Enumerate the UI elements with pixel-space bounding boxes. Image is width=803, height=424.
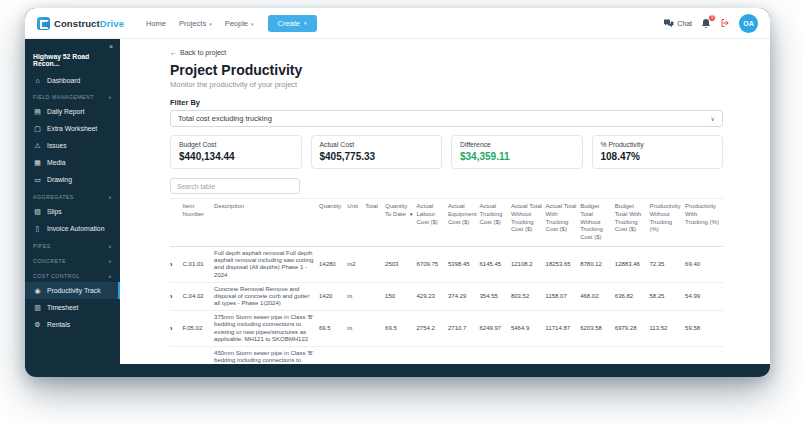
value-cell: 8	[385, 347, 416, 364]
item-number-cell: F.06.08	[183, 347, 214, 364]
stat-card-difference: Difference$34,359.11	[451, 135, 583, 169]
sidebar-item-label: Drawing	[47, 176, 72, 183]
value-cell: 1420	[319, 282, 347, 311]
caret-down-icon: ▾	[209, 21, 212, 27]
column-header-description[interactable]: Description	[214, 199, 319, 247]
avatar[interactable]: OA	[739, 14, 758, 33]
column-header-productivity-without-trucking[interactable]: Productivity Without Trucking (%)	[649, 199, 685, 247]
stat-value: $405,775.33	[320, 151, 434, 162]
logout-button[interactable]	[720, 18, 730, 28]
logout-icon	[720, 18, 730, 28]
column-header-total[interactable]: Total	[365, 199, 385, 247]
page-subtitle: Monitor the productivity of your project	[170, 80, 723, 89]
sidebar-section-label: CONCRETE	[33, 258, 66, 264]
value-cell: m2	[347, 246, 365, 282]
nav-link-home[interactable]: Home	[146, 19, 166, 28]
column-header-budget-total-with-trucking-cost[interactable]: Budget Total With Trucking Cost ($)	[615, 199, 650, 247]
column-header-item-number[interactable]: Item Number	[183, 199, 214, 247]
column-header-actual-equipment-cost[interactable]: Actual Equipment Cost ($)	[448, 199, 479, 247]
column-header-budget-total-without-trucking-cost[interactable]: Budget Total Without Trucking Cost ($)	[580, 199, 615, 247]
expand-chevron-icon[interactable]: ›	[170, 347, 183, 364]
value-cell: 69.40	[685, 246, 723, 282]
sidebar-item-media[interactable]: ▦Media	[25, 154, 120, 171]
slips-icon: ▧	[33, 208, 42, 216]
value-cell: 429.23	[417, 282, 448, 311]
sidebar-item-rentals[interactable]: ⚙Rentals	[25, 316, 120, 333]
table-header-row: Item NumberDescriptionQuantityUnitTotalQ…	[170, 199, 723, 247]
search-input[interactable]	[170, 178, 300, 194]
sidebar-section-pipes[interactable]: PIPES∨	[25, 237, 120, 252]
value-cell: 374.29	[448, 282, 479, 311]
sidebar-item-drawing[interactable]: ▭Drawing	[25, 171, 120, 188]
column-header-unit[interactable]: Unit	[347, 199, 365, 247]
sidebar-item-daily-report[interactable]: ▤Daily Report	[25, 103, 120, 120]
value-cell: 2503	[385, 246, 416, 282]
sidebar-section-aggregates[interactable]: AGGREGATES∧	[25, 188, 120, 203]
table-row: ›C.01.01Full depth asphalt removal Full …	[170, 246, 723, 282]
expand-chevron-icon[interactable]: ›	[170, 282, 183, 311]
sidebar-section-cost-control[interactable]: COST CONTROL∧	[25, 267, 120, 282]
back-to-project-link[interactable]: ← Back to project	[170, 49, 723, 56]
stat-card-productivity: % Productivity108.47%	[592, 135, 724, 169]
main-content: ← Back to project Project Productivity M…	[120, 39, 770, 364]
chat-button[interactable]: Chat	[663, 19, 692, 28]
media-icon: ▦	[33, 159, 42, 167]
column-header-actual-total-without-trucking-cost[interactable]: Actual Total Without Trucking Cost ($)	[511, 199, 546, 247]
brand-name-secondary: Drive	[100, 18, 124, 29]
value-cell: 6709.75	[417, 246, 448, 282]
productivity-table: Item NumberDescriptionQuantityUnitTotalQ…	[170, 198, 723, 364]
sidebar-item-invoice-automation[interactable]: ▯Invoice Automation	[25, 220, 120, 237]
expand-chevron-icon[interactable]: ›	[170, 311, 183, 347]
value-cell: 6203.58	[580, 311, 615, 347]
column-header-productivity-with-trucking[interactable]: Productivity With Trucking (%)	[685, 199, 723, 247]
filter-select[interactable]: Total cost excluding trucking ∨	[170, 110, 723, 127]
close-icon[interactable]: ×	[109, 43, 113, 50]
sidebar-item-timesheet[interactable]: ▥Timesheet	[25, 299, 120, 316]
value-cell: 11714.87	[546, 311, 581, 347]
nav-link-projects[interactable]: Projects▾	[179, 19, 212, 28]
column-header-actual-labour-cost[interactable]: Actual Labour Cost ($)	[417, 199, 448, 247]
value-cell: 803.52	[511, 282, 546, 311]
sidebar-item-issues[interactable]: ⚠Issues	[25, 137, 120, 154]
expand-chevron-icon[interactable]: ›	[170, 246, 183, 282]
timesheet-icon: ▥	[33, 304, 42, 312]
sidebar-item-dashboard[interactable]: ⌂Dashboard	[25, 72, 120, 88]
notifications-button[interactable]: 9	[701, 18, 711, 29]
column-header-actual-total-with-trucking-cost[interactable]: Actual Total With Trucking Cost ($)	[546, 199, 581, 247]
value-cell: 72.35	[649, 246, 685, 282]
stat-value: $34,359.11	[460, 151, 574, 162]
sidebar-item-label: Dashboard	[47, 77, 80, 84]
filter-by-label: Filter By	[170, 98, 723, 107]
sidebar-item-productivity-track[interactable]: ◉Productivity Track	[25, 282, 120, 299]
sidebar-item-label: Daily Report	[47, 108, 84, 115]
value-cell: 354.55	[479, 282, 510, 311]
brand-name-primary: Construct	[54, 18, 100, 29]
header-spacer	[170, 199, 183, 247]
column-header-quantity[interactable]: Quantity	[319, 199, 347, 247]
value-cell: 12883.46	[615, 246, 650, 282]
issues-icon: ⚠	[33, 142, 42, 150]
nav-link-label: People	[225, 19, 248, 28]
sidebar-section-concrete[interactable]: CONCRETE∨	[25, 252, 120, 267]
sidebar-section-label: FIELD MANAGEMENT	[33, 94, 94, 100]
sidebar-section-field-management[interactable]: FIELD MANAGEMENT∧	[25, 88, 120, 103]
column-header-actual-trucking-cost[interactable]: Actual Trucking Cost ($)	[479, 199, 510, 247]
value-cell: 2529.09	[479, 347, 510, 364]
create-button-label: Create	[278, 19, 301, 28]
sidebar-item-label: Extra Worksheet	[47, 125, 97, 132]
column-header-quantity-to-date[interactable]: Quantity To Date ▼	[385, 199, 416, 247]
primary-nav: HomeProjects▾People▾	[146, 19, 254, 28]
chevron-down-icon: ∨	[711, 115, 715, 122]
sidebar-item-label: Productivity Track	[47, 287, 101, 294]
value-cell: 28.14	[511, 347, 546, 364]
nav-link-people[interactable]: People▾	[225, 19, 254, 28]
value-cell: m	[347, 282, 365, 311]
sidebar-item-extra-worksheet[interactable]: ▢Extra Worksheet	[25, 120, 120, 137]
sidebar-item-label: Slips	[47, 208, 62, 215]
chevron-down-icon: ∨	[108, 259, 112, 264]
brand[interactable]: ConstructDrive	[37, 17, 124, 30]
sidebar-item-slips[interactable]: ▧Slips	[25, 203, 120, 220]
sidebar-item-label: Media	[47, 159, 66, 166]
create-button[interactable]: Create ▾	[268, 15, 317, 32]
sidebar-item-label: Invoice Automation	[47, 225, 104, 232]
